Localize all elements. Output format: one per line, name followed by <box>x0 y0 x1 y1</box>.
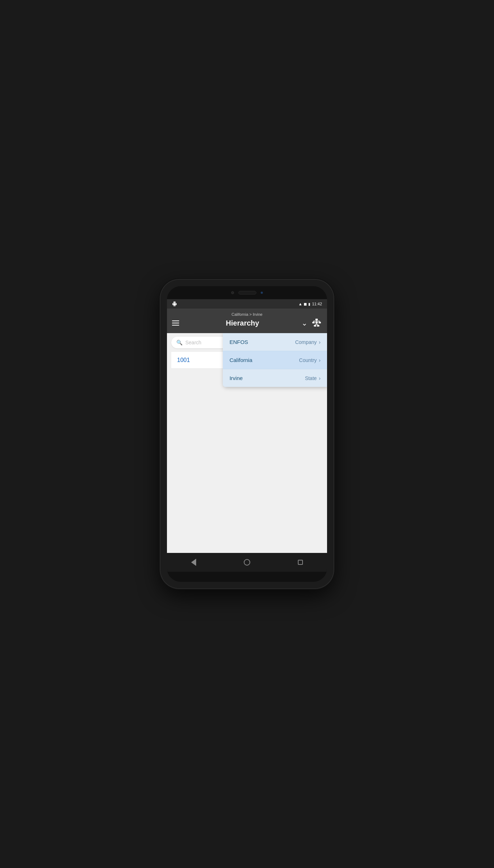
chevron-right-icon-california: › <box>319 357 321 363</box>
header-row: Hierarchy ⌄ <box>172 317 322 329</box>
breadcrumb: California > Irvine <box>231 312 263 317</box>
svg-rect-0 <box>316 319 318 320</box>
battery-icon: ▮ <box>308 302 310 306</box>
home-icon <box>244 559 250 566</box>
status-left <box>172 301 177 306</box>
breadcrumb-row: California > Irvine <box>172 312 322 317</box>
bottom-edge <box>167 572 327 582</box>
chevron-right-icon-irvine: › <box>319 375 321 381</box>
dropdown-item-name-enfos: ENFOS <box>229 339 248 345</box>
bottom-nav <box>167 553 327 572</box>
header-actions: ⌄ <box>301 318 322 328</box>
dropdown-overlay: ENFOS Company › California Country › <box>167 333 327 553</box>
svg-rect-3 <box>318 322 321 323</box>
wifi-icon: ▲ <box>299 302 303 306</box>
sensor-dot <box>261 292 263 294</box>
dropdown-item-type-enfos: Company <box>295 339 317 345</box>
app-header: California > Irvine Hierarchy ⌄ <box>167 309 327 333</box>
page-title: Hierarchy <box>184 319 301 327</box>
status-time: 11:42 <box>312 302 322 306</box>
hamburger-line-2 <box>172 323 179 323</box>
hierarchy-icon <box>312 318 321 328</box>
svg-rect-1 <box>312 322 315 323</box>
home-button[interactable] <box>241 556 253 569</box>
dropdown-item-type-row-irvine: State › <box>305 375 321 381</box>
top-sensor-bar <box>167 286 327 299</box>
dropdown-item-type-row-enfos: Company › <box>295 339 321 345</box>
hamburger-menu-button[interactable] <box>172 317 184 329</box>
back-button[interactable] <box>187 556 200 569</box>
back-icon <box>191 559 196 566</box>
hierarchy-button[interactable] <box>311 318 322 328</box>
dropdown-item-california[interactable]: California Country › <box>223 351 327 369</box>
android-icon <box>172 301 177 306</box>
svg-rect-2 <box>316 322 318 323</box>
status-right: ▲ ◼ ▮ 11:42 <box>299 302 322 306</box>
dropdown-menu: ENFOS Company › California Country › <box>223 333 327 387</box>
hamburger-line-3 <box>172 325 179 326</box>
speaker-grille <box>238 291 256 295</box>
dropdown-item-name-irvine: Irvine <box>229 375 243 381</box>
dropdown-item-type-california: Country <box>299 357 317 363</box>
signal-icon: ◼ <box>304 302 307 306</box>
dropdown-item-type-irvine: State <box>305 375 317 381</box>
dropdown-item-enfos[interactable]: ENFOS Company › <box>223 333 327 351</box>
dropdown-item-name-california: California <box>229 357 252 363</box>
recents-icon <box>298 560 303 565</box>
phone-frame: ▲ ◼ ▮ 11:42 California > Irvine <box>160 280 334 588</box>
camera-dot <box>231 291 234 294</box>
chevron-down-button[interactable]: ⌄ <box>301 319 308 327</box>
screen-content: 🔍 Search 1001 ENFOS Company <box>167 333 327 553</box>
status-bar: ▲ ◼ ▮ 11:42 <box>167 299 327 309</box>
chevron-right-icon-enfos: › <box>319 339 321 345</box>
phone-inner: ▲ ◼ ▮ 11:42 California > Irvine <box>167 286 327 582</box>
hamburger-line-1 <box>172 320 179 321</box>
recents-button[interactable] <box>294 556 307 569</box>
dropdown-item-irvine[interactable]: Irvine State › <box>223 369 327 387</box>
dropdown-item-type-row-california: Country › <box>299 357 321 363</box>
